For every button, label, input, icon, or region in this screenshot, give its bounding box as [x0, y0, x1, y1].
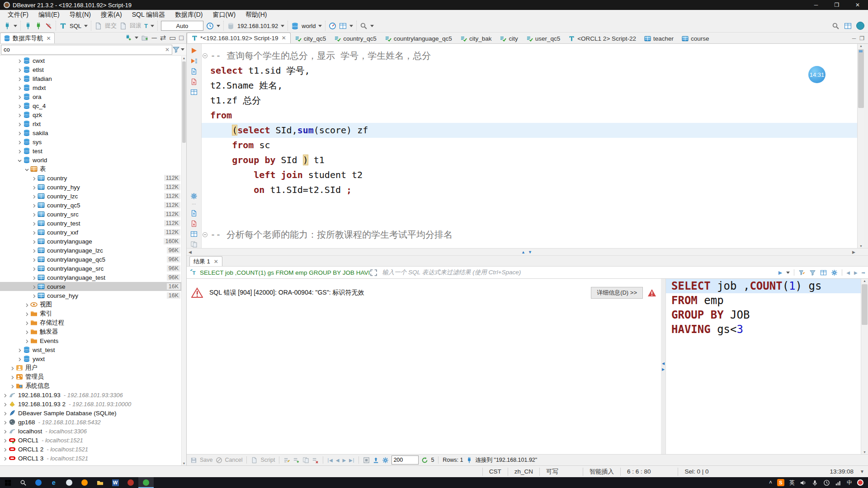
chevron-right-icon[interactable] — [3, 447, 8, 452]
sql-editor[interactable]: -- 查询每个学生的总分，显示 学号，学生姓名，总分select t1.sid … — [202, 44, 857, 248]
tree-item[interactable]: ora — [0, 92, 181, 101]
ime-lang-cn[interactable]: 中 — [847, 479, 852, 487]
navigator-scrollbar[interactable]: ▲ ▼ — [181, 56, 186, 465]
sash-down-icon[interactable]: ▼ — [528, 250, 532, 254]
sash-right-icon[interactable]: ▶ — [662, 367, 665, 371]
taskbar-firefox-icon[interactable] — [77, 477, 92, 488]
tree-item[interactable]: ORCL1 3- localhost:1521 — [0, 454, 181, 463]
tree-item[interactable]: 视图 — [0, 300, 181, 309]
chevron-right-icon[interactable] — [24, 311, 29, 316]
new-connection-dropdown-icon[interactable] — [135, 37, 138, 39]
chevron-right-icon[interactable] — [10, 384, 15, 389]
connect-dropdown-icon[interactable] — [14, 25, 17, 27]
close-button[interactable]: ✕ — [847, 0, 868, 10]
menu-item[interactable]: SQL 编辑器 — [127, 10, 170, 19]
tree-item[interactable]: lifadian — [0, 74, 181, 83]
editor-tab[interactable]: teacher — [640, 33, 678, 43]
taskbar-search-icon[interactable] — [15, 477, 31, 488]
search-icon[interactable] — [360, 22, 368, 30]
chevron-right-icon[interactable] — [24, 302, 29, 307]
chevron-right-icon[interactable] — [32, 248, 37, 253]
apply-filter-play-icon[interactable]: ▶ — [778, 270, 782, 276]
editor-tab[interactable]: city_qc5 — [291, 33, 330, 43]
tray-clock-icon[interactable] — [823, 479, 830, 486]
chevron-right-icon[interactable] — [17, 131, 22, 136]
first-row-icon[interactable]: |◀ — [327, 458, 333, 463]
tab-results-1[interactable]: 结果 1 ✕ — [189, 256, 222, 266]
editor-settings-gear-icon[interactable] — [190, 192, 198, 200]
chevron-right-icon[interactable] — [32, 266, 37, 271]
tree-item[interactable]: country_test112K — [0, 219, 181, 228]
tree-item[interactable]: country_src112K — [0, 210, 181, 219]
editor-tab[interactable]: country_qc5 — [330, 33, 381, 43]
tx-history-dropdown-icon[interactable] — [217, 25, 220, 27]
results-tab-close-icon[interactable]: ✕ — [214, 258, 218, 265]
tree-item[interactable]: etlst — [0, 65, 181, 74]
tree-item[interactable]: DBeaver Sample Database (SQLite) — [0, 408, 181, 418]
tree-item[interactable]: country112K — [0, 174, 181, 183]
nav-back-icon[interactable]: ◀ — [846, 270, 850, 275]
chevron-right-icon[interactable] — [3, 393, 8, 398]
edit-filter-icon[interactable] — [798, 269, 805, 276]
chevron-right-icon[interactable] — [32, 176, 37, 181]
chevron-right-icon[interactable] — [24, 329, 29, 334]
tree-item[interactable]: 索引 — [0, 309, 181, 318]
execute-script-icon[interactable] — [190, 68, 198, 75]
tree-item[interactable]: country_xxf112K — [0, 228, 181, 237]
results-filter-placeholder[interactable]: 输入一个 SQL 表达式来过滤结果 (使用 Ctrl+Space) — [382, 268, 521, 277]
chevron-right-icon[interactable] — [32, 257, 37, 262]
chevron-right-icon[interactable] — [17, 122, 22, 127]
tree-item[interactable]: world — [0, 155, 181, 164]
sash-buttons[interactable]: ▲▼ — [521, 250, 532, 254]
taskbar-app-light-icon[interactable] — [61, 477, 77, 488]
quick-search-icon[interactable] — [832, 22, 840, 30]
view-maximize-icon[interactable]: □ — [179, 34, 184, 42]
tree-item[interactable]: countrylanguage_test96K — [0, 273, 181, 282]
fold-collapse-icon[interactable] — [203, 53, 208, 58]
query-plan-icon[interactable] — [190, 89, 198, 96]
editor-minimize-icon[interactable]: ─ — [852, 35, 856, 42]
chevron-right-icon[interactable] — [3, 420, 8, 425]
gauge-icon[interactable] — [329, 22, 336, 30]
editor-tab[interactable]: city_bak — [456, 33, 496, 43]
edit-row-icon[interactable] — [283, 457, 290, 464]
database-selector-dropdown-icon[interactable] — [318, 25, 322, 27]
chevron-right-icon[interactable] — [32, 293, 37, 298]
tree-item[interactable]: country_lzc112K — [0, 192, 181, 201]
expand-filter-icon[interactable] — [370, 269, 377, 277]
tray-expand-icon[interactable]: ˄ — [769, 479, 772, 486]
tray-microphone-icon[interactable] — [811, 479, 818, 486]
tree-item[interactable]: country_hyy112K — [0, 183, 181, 192]
chevron-right-icon[interactable] — [32, 230, 37, 235]
chevron-right-icon[interactable] — [32, 239, 37, 244]
editor-tab[interactable]: course — [678, 33, 713, 43]
ime-language-indicator[interactable]: 英 — [789, 479, 795, 487]
grid-settings-gear-icon[interactable] — [382, 457, 389, 464]
chevron-right-icon[interactable] — [32, 284, 37, 289]
menu-item[interactable]: 导航(N) — [65, 10, 96, 19]
fetch-size-input[interactable] — [392, 455, 419, 465]
sql-editor-icon[interactable] — [59, 22, 67, 30]
refresh-icon[interactable] — [421, 457, 428, 464]
chevron-down-icon[interactable] — [24, 167, 29, 172]
save-icon[interactable] — [190, 457, 197, 464]
tree-item[interactable]: 192.168.101.93- 192.168.101.93:3306 — [0, 390, 181, 399]
tree-item[interactable]: sys — [0, 137, 181, 146]
taskbar-word-icon[interactable]: W — [108, 477, 123, 488]
cancel-icon[interactable] — [216, 457, 222, 464]
menu-item[interactable]: 窗口(W) — [208, 10, 241, 19]
collapse-all-icon[interactable]: ─ — [151, 34, 156, 42]
more-dots-icon[interactable]: ⋯ — [192, 202, 196, 206]
chevron-right-icon[interactable] — [24, 338, 29, 343]
chevron-right-icon[interactable] — [17, 357, 22, 361]
sash-up-icon[interactable]: ▲ — [521, 250, 525, 254]
tray-network-icon[interactable] — [835, 479, 842, 486]
chevron-right-icon[interactable] — [32, 275, 37, 280]
save-label[interactable]: Save — [200, 457, 213, 463]
connection-selector-dropdown-icon[interactable] — [281, 25, 284, 27]
rollback-icon[interactable] — [119, 22, 127, 30]
copy-row-icon[interactable] — [302, 457, 309, 464]
abort-icon[interactable] — [45, 22, 52, 30]
commit-label[interactable]: 提交 — [105, 22, 117, 30]
tree-item[interactable]: test — [0, 146, 181, 155]
